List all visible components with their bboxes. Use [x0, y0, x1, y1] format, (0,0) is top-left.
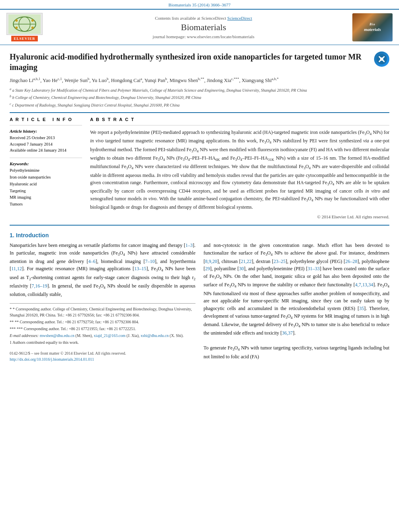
keyword-6: Tumors — [10, 201, 82, 208]
intro-text-2: and non-cytotoxic in the given concentra… — [204, 242, 389, 360]
elsevier-label: ELSEVIER — [11, 36, 38, 41]
keyword-5: MR imaging — [10, 194, 82, 201]
abstract-section: A B S T R A C T We report a polyethylene… — [90, 117, 389, 219]
svg-point-4 — [15, 19, 18, 22]
svg-point-11 — [380, 58, 383, 61]
issn-line: 0142-9612/$ – see front matter © 2014 El… — [10, 350, 195, 356]
affil-c: c c Department of Radiology, Shanghai So… — [10, 102, 389, 108]
sciencedirect-label: Contents lists available at ScienceDirec… — [60, 16, 348, 21]
article-history: Article history: Received 25 October 201… — [10, 129, 82, 154]
sciencedirect-link[interactable]: ScienceDirect — [227, 16, 252, 21]
article-body: Hyaluronic acid-modified hydrothermally … — [0, 45, 399, 369]
journal-title: Biomaterials — [60, 22, 348, 33]
elsevier-logo: ELSEVIER — [6, 13, 43, 41]
affil-a: a a State Key Laboratory for Modificatio… — [10, 87, 389, 93]
history-title: Article history: — [10, 129, 82, 134]
copyright: © 2014 Elsevier Ltd. All rights reserved… — [90, 214, 389, 219]
footnote-star3: *** *** Corresponding author. Tel.: +86 … — [10, 326, 195, 332]
journal-header: ELSEVIER Contents lists available at Sci… — [0, 9, 399, 45]
email-mshen[interactable]: mwshen@dhu.edu.cn — [40, 333, 74, 338]
elsevier-graphic — [6, 13, 43, 35]
svg-point-6 — [15, 27, 18, 29]
journal-cover-thumbnail: Bio materials — [352, 13, 393, 41]
journal-center-header: Contents lists available at ScienceDirec… — [60, 16, 348, 39]
journal-reference: Biomaterials 35 (2014) 3666–3677 — [0, 0, 399, 9]
article-title-section: Hyaluronic acid-modified hydrothermally … — [10, 51, 389, 72]
keywords-divider — [10, 158, 82, 158]
doi-line: http://dx.doi.org/10.1016/j.biomaterials… — [10, 356, 195, 362]
article-info: A R T I C L E I N F O Article history: R… — [10, 117, 82, 219]
keywords-list: Polyethylenimine Iron oxide nanoparticle… — [10, 167, 82, 208]
journal-homepage: journal homepage: www.elsevier.com/locat… — [60, 34, 348, 39]
publisher-logo-area: ELSEVIER — [6, 13, 55, 41]
abstract-divider — [90, 125, 389, 125]
info-divider — [10, 125, 82, 125]
keyword-1: Polyethylenimine — [10, 167, 82, 174]
keywords-section: Keywords: Polyethylenimine Iron oxide na… — [10, 161, 82, 208]
svg-point-7 — [31, 27, 34, 29]
abstract-text: We report a polyethyleneimine (PEI)-medi… — [90, 129, 389, 211]
footnote-note1: 1 Authors contributed equally to this wo… — [10, 339, 195, 345]
crossmark-badge — [374, 51, 389, 67]
email-shi[interactable]: xshi@dhu.edu.cn — [141, 333, 169, 338]
bio-badge: Bio materials — [364, 23, 381, 32]
keyword-3: Hyaluronic acid — [10, 181, 82, 188]
affiliations: a a State Key Laboratory for Modificatio… — [10, 87, 389, 108]
intro-heading: 1. Introduction — [10, 232, 389, 238]
history-dates: Received 25 October 2013 Accepted 7 Janu… — [10, 135, 82, 154]
keyword-4: Targeting — [10, 188, 82, 195]
keyword-2: Iron oxide nanoparticles — [10, 174, 82, 181]
article-title: Hyaluronic acid-modified hydrothermally … — [10, 51, 370, 72]
footnote-star1: * * Corresponding author. College of Che… — [10, 306, 195, 318]
article-info-label: A R T I C L E I N F O — [10, 117, 82, 122]
info-abstract-row: A R T I C L E I N F O Article history: R… — [10, 117, 389, 219]
footnote-emails: E-mail addresses: mwshen@dhu.edu.cn (M. … — [10, 333, 195, 339]
footnote-star2: ** ** Corresponding author. Tel.: +86 21… — [10, 319, 195, 325]
intro-col-1: Nanoparticles have been emerging as vers… — [10, 242, 195, 362]
svg-point-5 — [31, 19, 34, 22]
footnotes: * * Corresponding author. College of Che… — [10, 303, 195, 345]
introduction-section: 1. Introduction Nanoparticles have been … — [10, 232, 389, 362]
intro-text-1: Nanoparticles have been emerging as vers… — [10, 242, 195, 298]
doi-link[interactable]: http://dx.doi.org/10.1016/j.biomaterials… — [10, 357, 94, 362]
abstract-label: A B S T R A C T — [90, 117, 389, 122]
email-xia[interactable]: xiajd_21@163.com — [94, 333, 125, 338]
bottom-bar: 0142-9612/$ – see front matter © 2014 El… — [10, 350, 195, 362]
authors: Jingchao Lia,b,1, Yao Hec,1, Wenjie Sunb… — [10, 76, 389, 84]
keywords-title: Keywords: — [10, 161, 82, 166]
section-divider-top — [10, 112, 389, 113]
intro-columns: Nanoparticles have been emerging as vers… — [10, 242, 389, 362]
section-divider-bottom — [10, 225, 389, 226]
affil-b: b b College of Chemistry, Chemical Engin… — [10, 94, 389, 101]
intro-col-2: and non-cytotoxic in the given concentra… — [204, 242, 389, 362]
